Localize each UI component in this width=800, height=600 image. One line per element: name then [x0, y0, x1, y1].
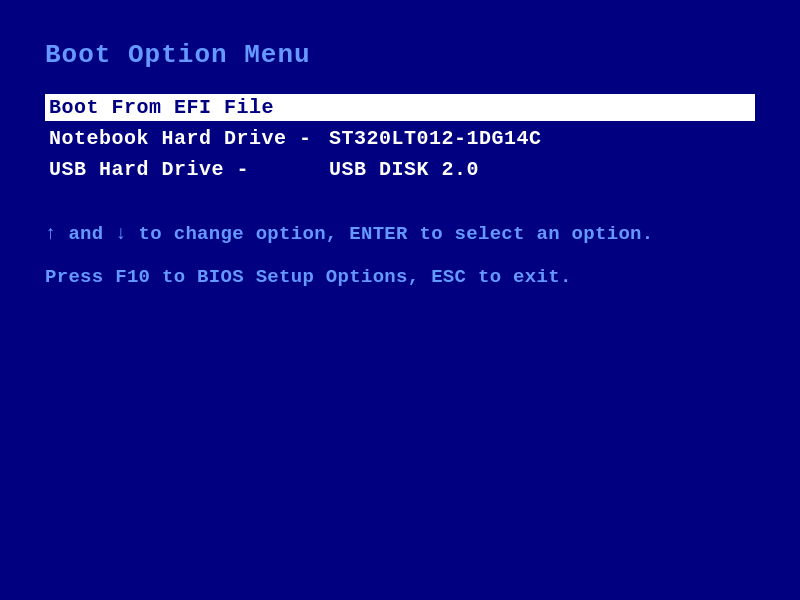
hint-line1: ↑ and ↓ to change option, ENTER to selec…	[45, 221, 755, 248]
boot-option-usb[interactable]: USB Hard Drive - USB DISK 2.0	[45, 156, 755, 183]
boot-option-hdd[interactable]: Notebook Hard Drive - ST320LT012-1DG14C	[45, 125, 755, 152]
usb-label: USB Hard Drive -	[49, 158, 329, 181]
boot-menu: Boot From EFI File Notebook Hard Drive -…	[45, 94, 755, 183]
hint-line2: Press F10 to BIOS Setup Options, ESC to …	[45, 264, 755, 291]
hdd-label: Notebook Hard Drive -	[49, 127, 329, 150]
bios-screen: Boot Option Menu Boot From EFI File Note…	[0, 0, 800, 600]
boot-option-efi[interactable]: Boot From EFI File	[45, 94, 755, 121]
page-title: Boot Option Menu	[45, 40, 755, 70]
hdd-value: ST320LT012-1DG14C	[329, 127, 542, 150]
usb-value: USB DISK 2.0	[329, 158, 479, 181]
